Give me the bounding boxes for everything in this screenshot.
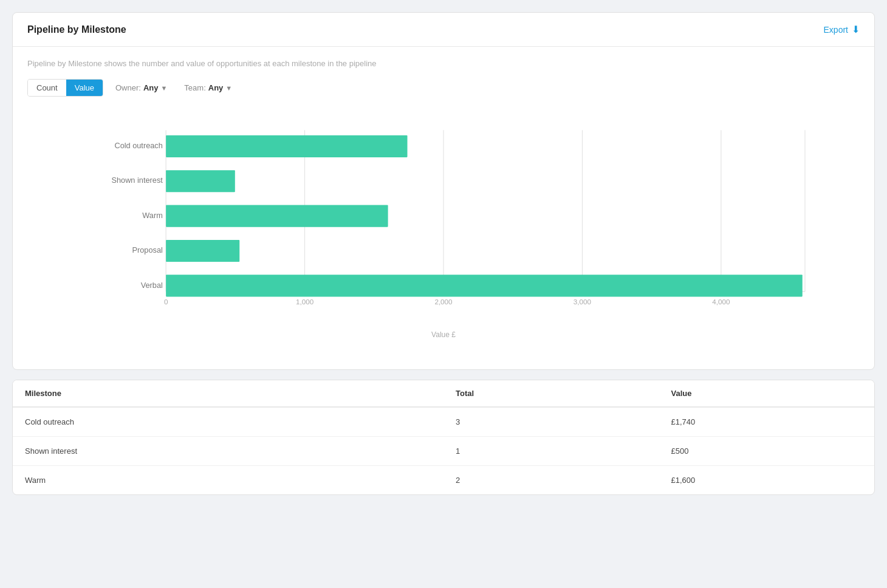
table-header-row: Milestone Total Value — [13, 380, 874, 407]
svg-rect-19 — [166, 240, 239, 262]
x-axis-label: Value £ — [27, 330, 860, 339]
milestone-table: Milestone Total Value Cold outreach 3 £1… — [13, 380, 874, 494]
chart-container: 0 1,000 2,000 3,000 4,000 Cold outreach … — [27, 111, 860, 357]
svg-text:0: 0 — [164, 298, 168, 306]
cell-milestone: Cold outreach — [13, 407, 444, 437]
svg-text:Cold outreach: Cold outreach — [114, 141, 162, 150]
team-filter-value: Any — [208, 83, 224, 92]
cell-value: £1,600 — [659, 466, 875, 495]
table-row: Shown interest 1 £500 — [13, 437, 874, 466]
cell-total: 3 — [444, 407, 659, 437]
svg-text:2,000: 2,000 — [434, 298, 453, 306]
view-toggle: Count Value — [27, 79, 103, 97]
cell-value: £500 — [659, 437, 875, 466]
value-toggle-button[interactable]: Value — [66, 80, 103, 96]
table-row: Cold outreach 3 £1,740 — [13, 407, 874, 437]
svg-rect-17 — [166, 205, 388, 227]
export-icon: ⬇ — [852, 24, 860, 35]
table-card: Milestone Total Value Cold outreach 3 £1… — [12, 380, 875, 495]
team-dropdown[interactable]: Team: Any ▼ — [179, 81, 237, 95]
cell-total: 2 — [444, 466, 659, 495]
export-button[interactable]: Export ⬇ — [824, 24, 860, 35]
owner-chevron-icon: ▼ — [160, 84, 167, 92]
count-toggle-button[interactable]: Count — [28, 80, 66, 96]
svg-text:Shown interest: Shown interest — [111, 176, 163, 185]
col-header-value: Value — [659, 380, 875, 407]
chart-title: Pipeline by Milestone — [27, 24, 126, 35]
svg-text:1,000: 1,000 — [296, 298, 314, 306]
svg-text:3,000: 3,000 — [574, 298, 592, 306]
table-body: Cold outreach 3 £1,740 Shown interest 1 … — [13, 407, 874, 494]
team-filter-label: Team: — [184, 83, 205, 92]
col-header-total: Total — [444, 380, 659, 407]
cell-milestone: Warm — [13, 466, 444, 495]
table-header: Milestone Total Value — [13, 380, 874, 407]
svg-text:Proposal: Proposal — [132, 245, 162, 255]
svg-text:Verbal: Verbal — [141, 281, 163, 290]
cell-milestone: Shown interest — [13, 437, 444, 466]
owner-dropdown[interactable]: Owner: Any ▼ — [111, 81, 172, 95]
owner-filter-value: Any — [143, 83, 159, 92]
bar-chart-svg: 0 1,000 2,000 3,000 4,000 Cold outreach … — [27, 117, 860, 324]
col-header-milestone: Milestone — [13, 380, 444, 407]
export-label: Export — [824, 25, 848, 35]
chart-description: Pipeline by Milestone shows the number a… — [27, 59, 860, 68]
cell-total: 1 — [444, 437, 659, 466]
svg-text:4,000: 4,000 — [712, 298, 730, 306]
chart-card: Pipeline by Milestone Export ⬇ Pipeline … — [12, 12, 875, 370]
svg-rect-21 — [166, 275, 803, 296]
owner-filter-label: Owner: — [115, 83, 141, 92]
chart-card-header: Pipeline by Milestone Export ⬇ — [13, 13, 874, 47]
table-row: Warm 2 £1,600 — [13, 466, 874, 495]
cell-value: £1,740 — [659, 407, 875, 437]
svg-rect-13 — [166, 135, 407, 157]
svg-text:Warm: Warm — [142, 211, 163, 220]
team-chevron-icon: ▼ — [225, 84, 232, 92]
filters-bar: Count Value Owner: Any ▼ Team: Any ▼ — [27, 79, 860, 97]
chart-card-body: Pipeline by Milestone shows the number a… — [13, 47, 874, 369]
svg-rect-15 — [166, 170, 235, 192]
